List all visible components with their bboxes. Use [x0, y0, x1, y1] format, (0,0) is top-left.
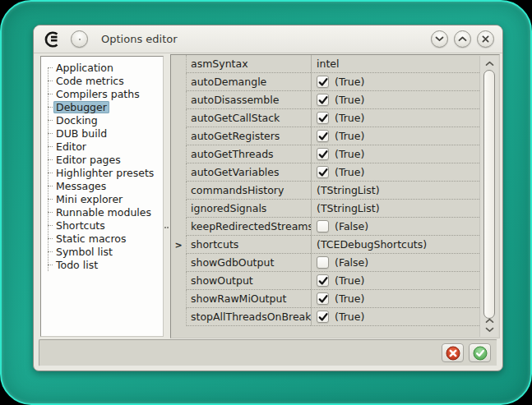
sidebar-item-symbol-list[interactable]: Symbol list	[41, 245, 163, 258]
property-row-showoutput[interactable]: showOutput(True)	[171, 272, 479, 290]
property-value-cell[interactable]: (False)	[311, 218, 479, 236]
sidebar-item-todo-list[interactable]: Todo list	[41, 258, 163, 271]
sidebar-item-label: Application	[53, 62, 116, 74]
property-value-cell[interactable]: (True)	[311, 145, 479, 163]
options-editor-window: Options editor	[33, 25, 503, 371]
scroll-down-button[interactable]	[480, 324, 498, 334]
property-row-autodisassemble[interactable]: autoDisassemble(True)	[171, 91, 479, 109]
checkbox-checked-icon[interactable]	[317, 311, 329, 323]
property-value-cell[interactable]: intel	[311, 55, 479, 73]
row-marker-cell	[171, 200, 186, 218]
property-value-cell[interactable]: (True)	[311, 73, 479, 91]
window-menu-dot-icon	[79, 39, 81, 40]
checkbox-unchecked-icon[interactable]	[317, 256, 329, 269]
property-value-cell[interactable]: (TStringList)	[311, 182, 479, 200]
sidebar-item-editor[interactable]: Editor	[41, 140, 163, 153]
footer-bar	[39, 339, 497, 366]
property-value-cell[interactable]: (True)	[311, 308, 479, 326]
sidebar-item-highlighter-presets[interactable]: Highlighter presets	[41, 166, 163, 179]
window-menu-button[interactable]	[71, 30, 88, 48]
property-value-cell[interactable]: (True)	[311, 163, 479, 182]
property-value-text: intel	[317, 58, 339, 70]
property-value-cell[interactable]: (True)	[311, 109, 479, 127]
vertical-scrollbar[interactable]	[479, 56, 498, 337]
row-marker-cell	[171, 109, 186, 127]
sidebar-item-editor-pages[interactable]: Editor pages	[41, 153, 163, 166]
property-row-autogetregisters[interactable]: autoGetRegisters(True)	[171, 127, 479, 145]
checkbox-checked-icon[interactable]	[317, 94, 329, 106]
accept-button[interactable]	[469, 343, 491, 362]
panel-splitter[interactable]	[164, 56, 170, 337]
sidebar-item-docking[interactable]: Docking	[41, 113, 163, 127]
checkbox-checked-icon[interactable]	[317, 292, 329, 305]
category-tree-panel: ApplicationCode metricsCompilers pathsDe…	[40, 56, 164, 337]
property-row-autogetvariables[interactable]: autoGetVariables(True)	[171, 163, 479, 182]
row-marker-cell	[171, 308, 186, 326]
titlebar[interactable]: Options editor	[34, 25, 502, 53]
property-row-autogetthreads[interactable]: autoGetThreads(True)	[171, 145, 479, 163]
window-controls	[431, 30, 494, 48]
sidebar-item-application[interactable]: Application	[41, 61, 163, 74]
scrollbar-thumb[interactable]	[483, 70, 495, 319]
sidebar-item-mini-explorer[interactable]: Mini explorer	[41, 192, 163, 205]
property-row-showgdboutput[interactable]: showGdbOutput(False)	[171, 254, 479, 272]
checkbox-checked-icon[interactable]	[317, 274, 329, 287]
property-value-text: (True)	[335, 94, 364, 106]
sidebar-item-shortcuts[interactable]: Shortcuts	[41, 219, 163, 232]
property-value-cell[interactable]: (True)	[311, 127, 479, 145]
property-value-text: (True)	[335, 274, 364, 287]
checkbox-unchecked-icon[interactable]	[317, 220, 329, 232]
sidebar-item-label: Mini explorer	[53, 193, 125, 205]
property-name: shortcuts	[186, 236, 311, 254]
row-marker-cell	[171, 163, 186, 182]
scroll-up-button[interactable]	[480, 58, 498, 68]
checkbox-checked-icon[interactable]	[317, 166, 329, 178]
checkbox-checked-icon[interactable]	[317, 148, 329, 160]
sidebar-item-messages[interactable]: Messages	[41, 179, 163, 192]
sidebar-item-dub-build[interactable]: DUB build	[41, 127, 163, 140]
checkbox-checked-icon[interactable]	[317, 76, 329, 88]
property-row-showrawmioutput[interactable]: showRawMiOutput(True)	[171, 290, 479, 308]
property-row-shortcuts[interactable]: >shortcuts(TCEDebugShortcuts)	[171, 236, 479, 254]
property-value-cell[interactable]: (True)	[311, 91, 479, 109]
property-row-commandshistory[interactable]: commandsHistory(TStringList)	[171, 182, 479, 200]
property-row-autodemangle[interactable]: autoDemangle(True)	[171, 73, 479, 91]
sidebar-item-runnable-modules[interactable]: Runnable modules	[41, 205, 163, 219]
sidebar-item-label: Docking	[53, 114, 100, 127]
sidebar-item-compilers-paths[interactable]: Compilers paths	[41, 87, 163, 100]
property-row-keepredirectedstreams[interactable]: keepRedirectedStreams(False)	[171, 218, 479, 236]
cancel-button[interactable]	[442, 343, 464, 362]
chevron-up-icon	[485, 318, 494, 324]
checkbox-checked-icon[interactable]	[317, 112, 329, 124]
row-marker-cell	[171, 55, 186, 73]
property-row-asmsyntax[interactable]: asmSyntaxintel	[171, 55, 479, 73]
sidebar-item-label: Editor pages	[53, 154, 123, 166]
row-marker-cell	[171, 91, 186, 109]
sidebar-item-static-macros[interactable]: Static macros	[41, 232, 163, 245]
property-row-stopallthreadsonbreak[interactable]: stopAllThreadsOnBreak(True)	[171, 308, 479, 326]
property-value-cell[interactable]: (True)	[311, 290, 479, 308]
chevron-up-icon	[485, 61, 494, 67]
property-name: autoDisassemble	[186, 91, 311, 109]
sidebar-item-debugger[interactable]: Debugger	[41, 100, 163, 113]
property-value-cell[interactable]: (False)	[311, 254, 479, 272]
property-value-text: (True)	[335, 130, 364, 142]
sidebar-item-code-metrics[interactable]: Code metrics	[41, 74, 163, 87]
maximize-button[interactable]	[454, 30, 471, 48]
sidebar-item-label: DUB build	[53, 127, 109, 140]
property-row-autogetcallstack[interactable]: autoGetCallStack(True)	[171, 109, 479, 127]
property-value-cell[interactable]: (TStringList)	[311, 200, 479, 218]
sidebar-item-label: Debugger	[53, 101, 109, 113]
property-value-text: (TStringList)	[317, 184, 380, 196]
property-row-ignoredsignals[interactable]: ignoredSignals(TStringList)	[171, 200, 479, 218]
property-value-text: (TStringList)	[317, 202, 380, 214]
row-marker-cell	[171, 272, 186, 290]
property-value-cell[interactable]: (True)	[311, 272, 479, 290]
minimize-button[interactable]	[431, 30, 448, 48]
property-name: showGdbOutput	[186, 254, 311, 272]
checkbox-checked-icon[interactable]	[317, 130, 329, 142]
window-title: Options editor	[101, 33, 178, 45]
row-marker-cell	[171, 73, 186, 91]
property-value-cell[interactable]: (TCEDebugShortcuts)	[311, 236, 479, 254]
close-button[interactable]	[477, 30, 494, 48]
